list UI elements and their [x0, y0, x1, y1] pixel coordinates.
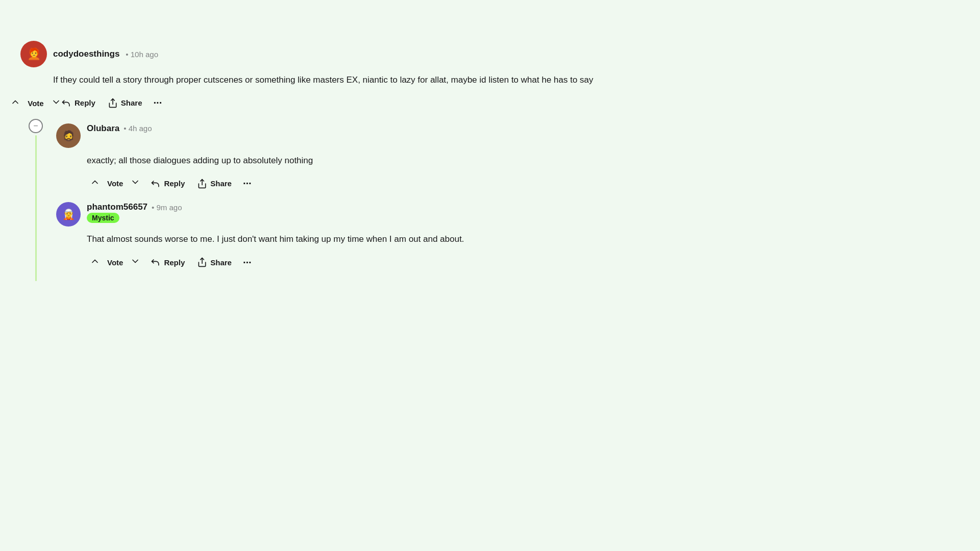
phantom-badge-row: Mystic	[87, 213, 182, 222]
reply-actions-olubara: Vote Reply	[87, 175, 960, 192]
share-button-olubara[interactable]: Share	[192, 176, 237, 192]
reply-icon-phantom	[151, 257, 161, 267]
more-button-phantom[interactable]: ···	[239, 255, 256, 270]
upvote-button-olubara[interactable]	[87, 175, 103, 192]
vote-label-phantom: Vote	[105, 258, 125, 267]
reply-phantom-header: 🧝 phantom56657 • 9m ago Mystic	[56, 202, 960, 227]
avatar-phantom: 🧝	[56, 202, 81, 227]
vote-label-olubara: Vote	[105, 179, 125, 188]
reply-body-olubara: exactly; all those dialogues adding up t…	[87, 154, 960, 167]
mystic-badge: Mystic	[87, 213, 119, 223]
thread-line	[35, 135, 37, 281]
phantom-action-bar: Vote Reply	[87, 254, 960, 271]
username-codydoesthings: codydoesthings	[53, 49, 119, 59]
top-comment-header: 🧑‍🦰 codydoesthings • 10h ago	[20, 41, 960, 67]
vote-label-top: Vote	[26, 99, 45, 108]
reply-phantom: 🧝 phantom56657 • 9m ago Mystic That almo…	[56, 202, 960, 271]
thread-body: Vote −	[20, 95, 960, 281]
reply-olubara: 🧔 Olubara • 4h ago exactly; all those di…	[56, 123, 960, 192]
downvote-icon-top	[51, 97, 61, 107]
more-button-top[interactable]: ···	[150, 95, 166, 111]
downvote-button-olubara[interactable]	[127, 175, 143, 192]
share-button-top[interactable]: Share	[103, 95, 148, 111]
downvote-icon-olubara	[130, 177, 140, 187]
share-icon-top	[108, 98, 118, 108]
upvote-button-phantom[interactable]	[87, 254, 103, 271]
more-button-olubara[interactable]: ···	[239, 176, 256, 191]
collapse-button[interactable]: −	[29, 119, 43, 133]
downvote-button-phantom[interactable]	[127, 254, 143, 271]
share-button-phantom[interactable]: Share	[192, 254, 237, 270]
avatar-olubara: 🧔	[56, 123, 81, 148]
reply-button-phantom[interactable]: Reply	[145, 254, 190, 270]
upvote-icon-phantom	[90, 256, 100, 266]
upvote-icon-olubara	[90, 177, 100, 187]
olubara-user-line: Olubara • 4h ago	[87, 123, 152, 134]
reply-olubara-header: 🧔 Olubara • 4h ago	[56, 123, 960, 148]
username-phantom: phantom56657	[87, 202, 148, 212]
phantom-user-info: phantom56657 • 9m ago Mystic	[87, 202, 182, 222]
comment-body-codydoesthings: If they could tell a story through prope…	[53, 73, 960, 87]
share-icon-olubara	[197, 179, 207, 189]
avatar-codydoesthings: 🧑‍🦰	[20, 41, 47, 67]
page-wrapper: 🧑‍🦰 codydoesthings • 10h ago If they cou…	[0, 0, 980, 302]
upvote-button-top[interactable]	[7, 95, 23, 112]
downvote-button-top[interactable]	[48, 95, 64, 112]
upvote-icon-top	[10, 97, 20, 107]
top-action-bar-extra: Reply Share ···	[56, 95, 960, 111]
timestamp-olubara: • 4h ago	[124, 124, 152, 133]
reply-icon-olubara	[151, 179, 161, 189]
username-olubara: Olubara	[87, 123, 119, 134]
top-comment: 🧑‍🦰 codydoesthings • 10h ago If they cou…	[20, 41, 960, 281]
reply-body-phantom: That almost sounds worse to me. I just d…	[87, 233, 960, 246]
reply-actions-phantom: Vote Reply	[87, 254, 960, 271]
timestamp-phantom: • 9m ago	[152, 203, 182, 212]
olubara-action-bar: Vote Reply	[87, 175, 960, 192]
share-icon-phantom	[197, 257, 207, 267]
timestamp-codydoesthings: • 10h ago	[126, 50, 158, 59]
phantom-user-line: phantom56657 • 9m ago	[87, 202, 182, 212]
reply-button-olubara[interactable]: Reply	[145, 176, 190, 192]
thread-line-col: Vote −	[20, 95, 51, 281]
olubara-user-info: Olubara • 4h ago	[87, 123, 152, 134]
top-comment-actions: Vote	[7, 95, 64, 112]
thread-content: Reply Share ··· 🧔	[51, 95, 960, 281]
downvote-icon-phantom	[130, 256, 140, 266]
